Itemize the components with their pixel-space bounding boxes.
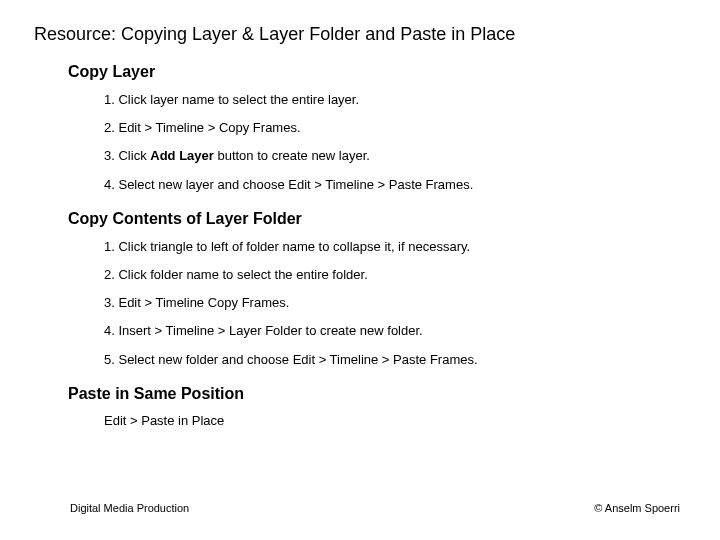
- step-pre: Select new layer and choose Edit > Timel…: [118, 177, 473, 192]
- step-post: button to create new layer.: [214, 148, 370, 163]
- list-item: 3. Edit > Timeline Copy Frames.: [104, 294, 686, 312]
- footer: Digital Media Production © Anselm Spoerr…: [70, 502, 680, 514]
- step-text: Edit > Timeline Copy Frames.: [118, 295, 289, 310]
- step-number: 1.: [104, 239, 115, 254]
- paste-same-body: Edit > Paste in Place: [104, 413, 686, 428]
- step-text: Click Add Layer button to create new lay…: [118, 148, 369, 163]
- slide-page: Resource: Copying Layer & Layer Folder a…: [0, 0, 720, 540]
- step-text: Edit > Timeline > Copy Frames.: [118, 120, 300, 135]
- footer-left: Digital Media Production: [70, 502, 189, 514]
- step-number: 1.: [104, 92, 115, 107]
- footer-right: © Anselm Spoerri: [594, 502, 680, 514]
- step-pre: Edit > Timeline > Copy Frames.: [118, 120, 300, 135]
- step-bold: Add Layer: [150, 148, 214, 163]
- heading-copy-layer: Copy Layer: [68, 63, 686, 81]
- step-number: 2.: [104, 267, 115, 282]
- step-number: 3.: [104, 148, 115, 163]
- list-item: 1. Click layer name to select the entire…: [104, 91, 686, 109]
- list-item: 4. Select new layer and choose Edit > Ti…: [104, 176, 686, 194]
- steps-copy-layer: 1. Click layer name to select the entire…: [104, 91, 686, 194]
- list-item: 2. Click folder name to select the entir…: [104, 266, 686, 284]
- list-item: 2. Edit > Timeline > Copy Frames.: [104, 119, 686, 137]
- step-pre: Click: [118, 148, 150, 163]
- step-text: Click folder name to select the entire f…: [118, 267, 367, 282]
- step-pre: Click layer name to select the entire la…: [118, 92, 359, 107]
- step-text: Insert > Timeline > Layer Folder to crea…: [118, 323, 422, 338]
- heading-paste-same: Paste in Same Position: [68, 385, 686, 403]
- step-text: Click layer name to select the entire la…: [118, 92, 359, 107]
- list-item: 1. Click triangle to left of folder name…: [104, 238, 686, 256]
- list-item: 3. Click Add Layer button to create new …: [104, 147, 686, 165]
- steps-copy-folder: 1. Click triangle to left of folder name…: [104, 238, 686, 369]
- step-number: 3.: [104, 295, 115, 310]
- page-title: Resource: Copying Layer & Layer Folder a…: [34, 24, 686, 45]
- list-item: 5. Select new folder and choose Edit > T…: [104, 351, 686, 369]
- step-text: Click triangle to left of folder name to…: [118, 239, 470, 254]
- step-text: Select new layer and choose Edit > Timel…: [118, 177, 473, 192]
- list-item: 4. Insert > Timeline > Layer Folder to c…: [104, 322, 686, 340]
- step-text: Select new folder and choose Edit > Time…: [118, 352, 477, 367]
- step-number: 2.: [104, 120, 115, 135]
- heading-copy-folder: Copy Contents of Layer Folder: [68, 210, 686, 228]
- step-number: 4.: [104, 323, 115, 338]
- step-number: 5.: [104, 352, 115, 367]
- step-number: 4.: [104, 177, 115, 192]
